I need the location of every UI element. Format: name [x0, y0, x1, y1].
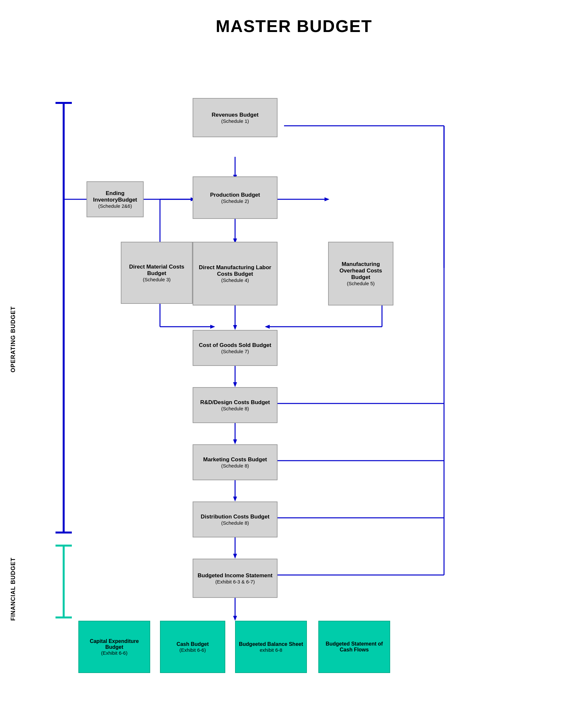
cash-budget-box: Cash Budget (Exhibit 6-6)	[160, 621, 225, 673]
svg-marker-22	[210, 325, 215, 329]
page-title: MASTER BUDGET	[0, 0, 588, 46]
operating-budget-label: OPERATING BUDGET	[10, 242, 17, 372]
capital-expenditure-box: Capital Expenditure Budget (Exhibit 6-6)	[78, 621, 150, 673]
direct-material-box: Direct Material Costs Budget (Schedule 3…	[121, 242, 193, 304]
svg-marker-27	[265, 325, 270, 329]
financial-budget-label: FINANCIAL BUDGET	[10, 555, 17, 621]
svg-marker-33	[233, 497, 237, 502]
svg-marker-37	[233, 616, 237, 621]
cost-of-goods-box: Cost of Goods Sold Budget (Schedule 7)	[193, 330, 278, 366]
budgeted-income-box: Budgeted Income Statement (Exhibit 6-3 &…	[193, 559, 278, 598]
manufacturing-overhead-box: Manufacturing Overhead Costs Budget (Sch…	[328, 242, 393, 306]
marketing-box: Marketing Costs Budget (Schedule 8)	[193, 444, 278, 480]
budgeted-balance-box: Budgeeted Balance Sheet exhibit 6-8	[235, 621, 307, 673]
ending-inventory-box: Ending InventoryBudget (Schedule 2&6)	[86, 181, 144, 217]
budgeted-cash-flows-box: Budgeted Statement of Cash Flows	[318, 621, 390, 673]
distribution-box: Distribution Costs Budget (Schedule 8)	[193, 502, 278, 538]
direct-manufacturing-box: Direct Manufacturing Labor Costs Budget …	[193, 242, 278, 306]
svg-marker-31	[233, 439, 237, 444]
revenues-budget-box: Revenues Budget (Schedule 1)	[193, 98, 278, 137]
svg-marker-35	[233, 554, 237, 559]
rnd-box: R&D/Design Costs Budget (Schedule 8)	[193, 387, 278, 423]
production-budget-box: Production Budget (Schedule 2)	[193, 176, 278, 219]
svg-marker-24	[233, 325, 237, 330]
svg-marker-29	[233, 382, 237, 387]
connectors-svg	[0, 46, 588, 699]
svg-marker-16	[325, 197, 329, 201]
